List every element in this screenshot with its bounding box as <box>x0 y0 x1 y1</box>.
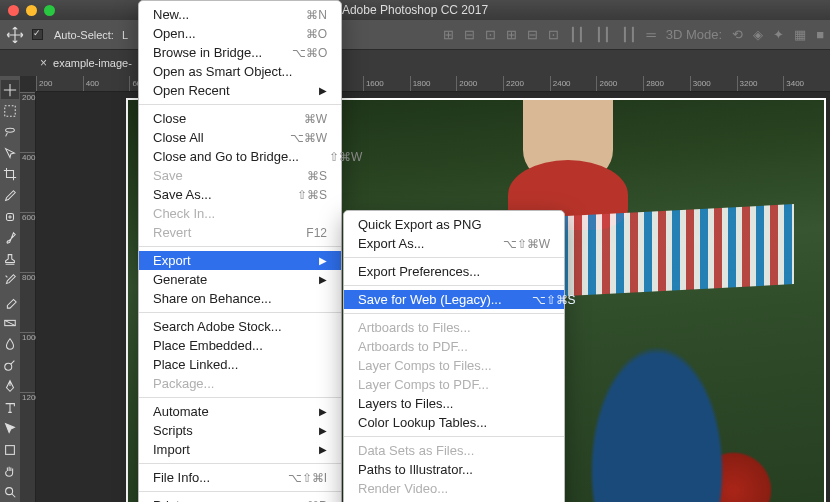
menu-separator <box>139 312 341 313</box>
move-tool[interactable] <box>1 80 19 99</box>
align-distribute-icons: ⊞ ⊟ ⊡ ⊞ ⊟ ⊡ ┃┃ ┃┃ ┃┃ ═ 3D Mode: ⟲ ◈ ✦ ▦ … <box>443 27 824 42</box>
eyedropper-tool[interactable] <box>1 186 19 205</box>
align-icon[interactable]: ⊞ <box>443 27 454 42</box>
align-icon[interactable]: ⊟ <box>464 27 475 42</box>
align-icon[interactable]: ⊡ <box>548 27 559 42</box>
quick-select-tool[interactable] <box>1 144 19 163</box>
menu-item[interactable]: Import▶ <box>139 440 341 459</box>
layer-dropdown-label[interactable]: L <box>122 29 128 41</box>
menu-item[interactable]: Scripts▶ <box>139 421 341 440</box>
file-menu: New...⌘NOpen...⌘OBrowse in Bridge...⌥⌘OO… <box>138 0 342 502</box>
menu-item-label: Scripts <box>153 423 193 438</box>
path-select-tool[interactable] <box>1 419 19 438</box>
menu-item[interactable]: Quick Export as PNG <box>344 215 564 234</box>
auto-select-checkbox[interactable] <box>32 29 43 40</box>
minimize-window-button[interactable] <box>26 5 37 16</box>
menu-shortcut: F12 <box>306 226 327 240</box>
move-tool-icon <box>6 26 24 44</box>
menu-item[interactable]: Open Recent▶ <box>139 81 341 100</box>
hand-tool[interactable] <box>1 462 19 481</box>
ruler-tick: 3400 <box>783 76 830 91</box>
menu-item-label: Automate <box>153 404 209 419</box>
menu-separator <box>139 463 341 464</box>
menu-separator <box>344 285 564 286</box>
gradient-tool[interactable] <box>1 313 19 332</box>
lasso-tool[interactable] <box>1 122 19 141</box>
zoom-tool[interactable] <box>1 483 19 502</box>
document-tab-bar: × example-image- <box>0 50 830 76</box>
zoom-window-button[interactable] <box>44 5 55 16</box>
dodge-tool[interactable] <box>1 356 19 375</box>
distribute-icon[interactable]: ┃┃ <box>595 27 611 42</box>
menu-item[interactable]: Automate▶ <box>139 402 341 421</box>
mode-3d-icon[interactable]: ▦ <box>794 27 806 42</box>
distribute-icon[interactable]: ═ <box>647 27 656 42</box>
distribute-icon[interactable]: ┃┃ <box>621 27 637 42</box>
menu-item: Render Video... <box>344 479 564 498</box>
submenu-arrow-icon: ▶ <box>319 425 327 436</box>
menu-item[interactable]: Export Preferences... <box>344 262 564 281</box>
menu-item[interactable]: Open...⌘O <box>139 24 341 43</box>
menu-item-label: Package... <box>153 376 214 391</box>
menu-item[interactable]: Save for Web (Legacy)...⌥⇧⌘S <box>344 290 564 309</box>
align-icon[interactable]: ⊡ <box>485 27 496 42</box>
mode-3d-icon[interactable]: ⟲ <box>732 27 743 42</box>
menu-item[interactable]: Print...⌘P <box>139 496 341 502</box>
menu-item[interactable]: Color Lookup Tables... <box>344 413 564 432</box>
ruler-tick: 1600 <box>363 76 410 91</box>
menu-item[interactable]: Close All⌥⌘W <box>139 128 341 147</box>
mode-3d-icon[interactable]: ◈ <box>753 27 763 42</box>
shape-tool[interactable] <box>1 440 19 459</box>
menu-item[interactable]: Open as Smart Object... <box>139 62 341 81</box>
menu-item-label: Quick Export as PNG <box>358 217 482 232</box>
align-icon[interactable]: ⊟ <box>527 27 538 42</box>
distribute-icon[interactable]: ┃┃ <box>569 27 585 42</box>
menu-item-label: Export Preferences... <box>358 264 480 279</box>
menu-item[interactable]: Paths to Illustrator... <box>344 460 564 479</box>
menu-item[interactable]: Place Embedded... <box>139 336 341 355</box>
crop-tool[interactable] <box>1 165 19 184</box>
menu-item[interactable]: Generate▶ <box>139 270 341 289</box>
menu-item[interactable]: New...⌘N <box>139 5 341 24</box>
menu-item[interactable]: Search Adobe Stock... <box>139 317 341 336</box>
menu-item-label: Save As... <box>153 187 212 202</box>
eraser-tool[interactable] <box>1 292 19 311</box>
menu-item[interactable]: Browse in Bridge...⌥⌘O <box>139 43 341 62</box>
stamp-tool[interactable] <box>1 250 19 269</box>
menu-item[interactable]: Save As...⇧⌘S <box>139 185 341 204</box>
menu-item: RevertF12 <box>139 223 341 242</box>
menu-item: Data Sets as Files... <box>344 441 564 460</box>
menu-item-label: Check In... <box>153 206 215 221</box>
menu-item[interactable]: Export As...⌥⇧⌘W <box>344 234 564 253</box>
marquee-tool[interactable] <box>1 101 19 120</box>
menu-item[interactable]: Layers to Files... <box>344 394 564 413</box>
menu-item-label: Color Lookup Tables... <box>358 415 487 430</box>
menu-item[interactable]: Share on Behance... <box>139 289 341 308</box>
tab-close-icon[interactable]: × <box>40 56 47 70</box>
brush-tool[interactable] <box>1 228 19 247</box>
menu-item: Layer Comps to Files... <box>344 356 564 375</box>
document-tab[interactable]: example-image- <box>53 57 132 69</box>
menu-item-label: Data Sets as Files... <box>358 443 474 458</box>
pen-tool[interactable] <box>1 377 19 396</box>
blur-tool[interactable] <box>1 334 19 353</box>
menu-shortcut: ⌥⇧⌘S <box>532 293 576 307</box>
history-brush-tool[interactable] <box>1 271 19 290</box>
menu-item-label: Import <box>153 442 190 457</box>
type-tool[interactable] <box>1 398 19 417</box>
menu-item[interactable]: Zoomify... <box>344 498 564 502</box>
mode-3d-icon[interactable]: ■ <box>816 27 824 42</box>
menu-item[interactable]: File Info...⌥⇧⌘I <box>139 468 341 487</box>
mode-3d-icon[interactable]: ✦ <box>773 27 784 42</box>
menu-item[interactable]: Close⌘W <box>139 109 341 128</box>
menu-item[interactable]: Close and Go to Bridge...⇧⌘W <box>139 147 341 166</box>
menu-item-label: Close All <box>153 130 204 145</box>
menu-item[interactable]: Place Linked... <box>139 355 341 374</box>
healing-tool[interactable] <box>1 207 19 226</box>
close-window-button[interactable] <box>8 5 19 16</box>
align-icon[interactable]: ⊞ <box>506 27 517 42</box>
menu-item-label: Browse in Bridge... <box>153 45 262 60</box>
menu-item[interactable]: Export▶ <box>139 251 341 270</box>
menu-shortcut: ⌘W <box>304 112 327 126</box>
ruler-tick: 400 <box>83 76 130 91</box>
